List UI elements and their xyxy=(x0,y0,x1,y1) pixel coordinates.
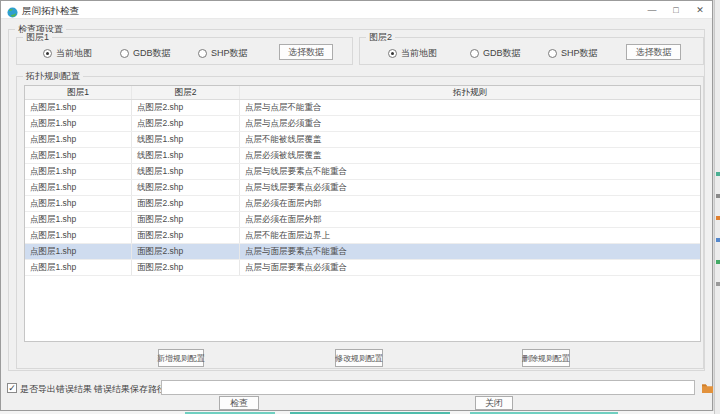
cell-layer2: 线图层1.shp xyxy=(132,132,240,147)
path-label: 错误结果保存路径: xyxy=(94,383,169,396)
export-checkbox[interactable] xyxy=(7,383,17,393)
radio-label: SHP数据 xyxy=(561,47,598,60)
cell-rule: 点层不能在面层边界上 xyxy=(240,228,700,243)
cell-layer1: 点图层1.shp xyxy=(25,148,132,163)
table-row[interactable]: 点图层1.shp线图层1.shp点层与线层要素点不能重合 xyxy=(25,164,700,180)
cell-layer1: 点图层1.shp xyxy=(25,212,132,227)
maximize-button[interactable]: □ xyxy=(664,1,688,19)
table-row[interactable]: 点图层1.shp面图层2.shp点层不能在面层边界上 xyxy=(25,228,700,244)
background-app-right-edge xyxy=(714,0,720,414)
radio-label: 当前地图 xyxy=(56,47,92,60)
header-layer1: 图层1 xyxy=(25,86,132,99)
radio-label: SHP数据 xyxy=(211,47,248,60)
layer1-radio-shp[interactable]: SHP数据 xyxy=(198,47,248,59)
cell-layer1: 点图层1.shp xyxy=(25,228,132,243)
layer2-group-label: 图层2 xyxy=(366,32,395,43)
cell-layer1: 点图层1.shp xyxy=(25,244,132,259)
modify-rule-button[interactable]: 修改规则配置 xyxy=(335,349,383,367)
layer1-select-data-button[interactable]: 选择数据 xyxy=(279,44,333,60)
table-row[interactable]: 点图层1.shp面图层2.shp点层与面层要素点不能重合 xyxy=(25,244,700,260)
cell-layer2: 面图层2.shp xyxy=(132,260,240,275)
cell-layer1: 点图层1.shp xyxy=(25,260,132,275)
close-button[interactable]: ✕ xyxy=(688,1,712,19)
close-dialog-button[interactable]: 关闭 xyxy=(475,396,513,410)
radio-label: GDB数据 xyxy=(133,47,171,60)
cell-rule: 点层与面层要素点不能重合 xyxy=(240,244,700,259)
cell-rule: 点层与面层要素点必须重合 xyxy=(240,260,700,275)
cell-layer2: 点图层2.shp xyxy=(132,100,240,115)
layer2-select-data-button[interactable]: 选择数据 xyxy=(626,44,681,60)
cell-layer1: 点图层1.shp xyxy=(25,196,132,211)
table-row[interactable]: 点图层1.shp线图层1.shp点层不能被线层覆盖 xyxy=(25,132,700,148)
radio-label: 当前地图 xyxy=(401,47,437,60)
background-toolbar-icon xyxy=(716,282,720,286)
folder-icon xyxy=(701,383,714,394)
topology-check-dialog: 层间拓扑检查 — □ ✕ 检查项设置 图层1 当前地图 GDB数据 SHP数据 … xyxy=(0,0,713,411)
window-title: 层间拓扑检查 xyxy=(22,5,79,18)
background-toolbar-icon xyxy=(716,216,720,220)
rules-table-body: 点图层1.shp点图层2.shp点层与点层不能重合点图层1.shp点图层2.sh… xyxy=(25,100,700,276)
cell-layer2: 点图层2.shp xyxy=(132,116,240,131)
cell-rule: 点层必须在面层外部 xyxy=(240,212,700,227)
rules-table-header: 图层1 图层2 拓扑规则 xyxy=(25,86,700,100)
cell-layer1: 点图层1.shp xyxy=(25,132,132,147)
cell-layer1: 点图层1.shp xyxy=(25,100,132,115)
globe-icon xyxy=(7,4,18,15)
cell-layer1: 点图层1.shp xyxy=(25,164,132,179)
cell-rule: 点层必须被线层覆盖 xyxy=(240,148,700,163)
cell-layer2: 面图层2.shp xyxy=(132,196,240,211)
background-toolbar-icon xyxy=(716,172,720,176)
cell-layer2: 面图层2.shp xyxy=(132,244,240,259)
table-row[interactable]: 点图层1.shp面图层2.shp点层与面层要素点必须重合 xyxy=(25,260,700,276)
minimize-button[interactable]: — xyxy=(640,1,664,19)
table-row[interactable]: 点图层1.shp线图层1.shp点层必须被线层覆盖 xyxy=(25,148,700,164)
cell-rule: 点层与点层必须重合 xyxy=(240,116,700,131)
window-controls: — □ ✕ xyxy=(640,1,712,19)
path-input[interactable] xyxy=(161,380,695,395)
header-rule: 拓扑规则 xyxy=(240,86,700,99)
radio-label: GDB数据 xyxy=(483,47,521,60)
table-row[interactable]: 点图层1.shp点图层2.shp点层与点层必须重合 xyxy=(25,116,700,132)
cell-rule: 点层与点层不能重合 xyxy=(240,100,700,115)
cell-rule: 点层与线层要素点不能重合 xyxy=(240,164,700,179)
export-checkbox-label: 是否导出错误结果 xyxy=(20,383,92,396)
title-bar: 层间拓扑检查 — □ ✕ xyxy=(1,1,712,19)
cell-layer2: 线图层2.shp xyxy=(132,180,240,195)
background-toolbar-icon xyxy=(716,238,720,242)
radio-icon xyxy=(198,49,207,58)
radio-icon xyxy=(43,49,52,58)
background-toolbar-icon xyxy=(716,260,720,264)
cell-rule: 点层不能被线层覆盖 xyxy=(240,132,700,147)
rules-group-label: 拓扑规则配置 xyxy=(23,71,83,82)
cell-layer1: 点图层1.shp xyxy=(25,116,132,131)
layer2-radio-current-map[interactable]: 当前地图 xyxy=(388,47,437,59)
rules-table: 图层1 图层2 拓扑规则 点图层1.shp点图层2.shp点层与点层不能重合点图… xyxy=(24,85,701,342)
background-toolbar-icon xyxy=(716,194,720,198)
cell-rule: 点层必须在面层内部 xyxy=(240,196,700,211)
table-row[interactable]: 点图层1.shp面图层2.shp点层必须在面层内部 xyxy=(25,196,700,212)
radio-icon xyxy=(548,49,557,58)
header-layer2: 图层2 xyxy=(132,86,240,99)
layer1-group-label: 图层1 xyxy=(23,32,52,43)
table-row[interactable]: 点图层1.shp线图层2.shp点层与线层要素点必须重合 xyxy=(25,180,700,196)
add-rule-button[interactable]: 新增规则配置 xyxy=(158,349,204,367)
check-button[interactable]: 检查 xyxy=(219,396,259,410)
radio-icon xyxy=(120,49,129,58)
layer2-radio-gdb[interactable]: GDB数据 xyxy=(470,47,521,59)
layer1-radio-gdb[interactable]: GDB数据 xyxy=(120,47,171,59)
delete-rule-button[interactable]: 删除规则配置 xyxy=(522,349,570,367)
layer1-radio-current-map[interactable]: 当前地图 xyxy=(43,47,92,59)
cell-rule: 点层与线层要素点必须重合 xyxy=(240,180,700,195)
layer2-radio-shp[interactable]: SHP数据 xyxy=(548,47,598,59)
radio-icon xyxy=(388,49,397,58)
cell-layer2: 面图层2.shp xyxy=(132,212,240,227)
radio-icon xyxy=(470,49,479,58)
cell-layer2: 线图层1.shp xyxy=(132,164,240,179)
table-row[interactable]: 点图层1.shp面图层2.shp点层必须在面层外部 xyxy=(25,212,700,228)
cell-layer1: 点图层1.shp xyxy=(25,180,132,195)
browse-folder-button[interactable] xyxy=(700,381,714,395)
cell-layer2: 线图层1.shp xyxy=(132,148,240,163)
table-row[interactable]: 点图层1.shp点图层2.shp点层与点层不能重合 xyxy=(25,100,700,116)
cell-layer2: 面图层2.shp xyxy=(132,228,240,243)
